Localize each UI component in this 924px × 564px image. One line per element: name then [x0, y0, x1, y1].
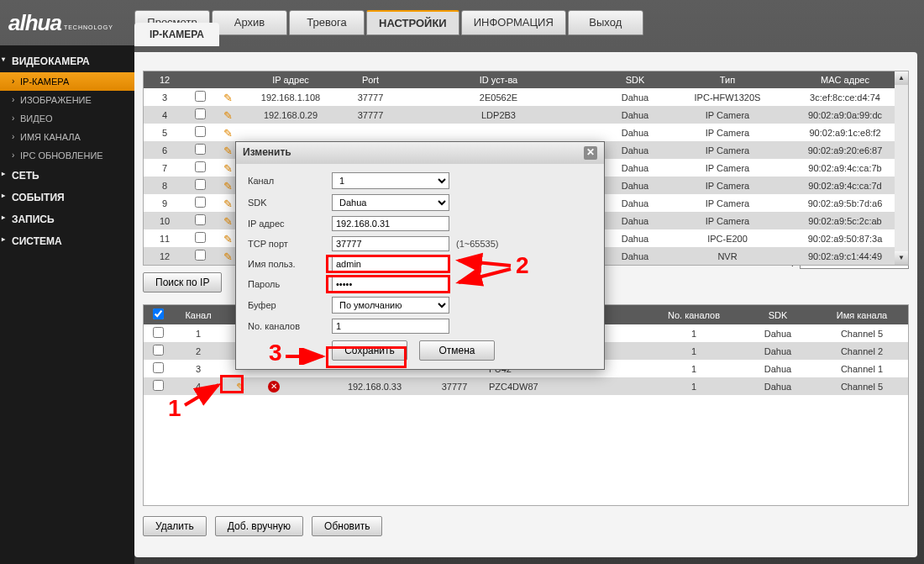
- devtable-scrollbar[interactable]: ▲ ▼: [895, 71, 908, 265]
- brand-logo: alhua TECHNOLOGY: [8, 6, 126, 40]
- row-checkbox[interactable]: [153, 380, 164, 391]
- th-devid: ID уст-ва: [400, 71, 597, 88]
- scroll-down-icon[interactable]: ▼: [895, 251, 908, 265]
- pencil-icon[interactable]: [222, 233, 234, 245]
- field-pass[interactable]: [332, 277, 449, 292]
- cancel-button[interactable]: Отмена: [419, 340, 495, 361]
- lbl-buffer: Буфер: [248, 300, 332, 310]
- content-tab-ipcamera[interactable]: IP-КАМЕРА: [134, 23, 219, 46]
- lbl-numch: No. каналов: [248, 321, 332, 331]
- pencil-icon[interactable]: [222, 127, 234, 139]
- pencil-icon[interactable]: [222, 198, 234, 209]
- pencil-icon[interactable]: [222, 215, 234, 227]
- field-sdk[interactable]: Dahua: [332, 194, 449, 211]
- dialog-title: Изменить: [243, 146, 291, 160]
- table-row[interactable]: 5DahuaIP Camera90:02:a9:1c:e8:f2: [144, 124, 908, 141]
- table-row[interactable]: 4192.168.0.2937777LDP2B3DahuaIP Camera90…: [144, 106, 908, 124]
- pencil-icon[interactable]: [222, 92, 234, 103]
- tab-settings[interactable]: НАСТРОЙКИ: [366, 10, 459, 35]
- hint-tcpport: (1~65535): [456, 239, 498, 249]
- field-numch[interactable]: [332, 319, 449, 334]
- th-chname: Имя канала: [816, 305, 908, 324]
- th-numch: No. каналов: [648, 305, 740, 324]
- pencil-icon[interactable]: [222, 109, 234, 121]
- field-ip[interactable]: [332, 216, 449, 231]
- row-checkbox[interactable]: [195, 214, 206, 225]
- pencil-icon[interactable]: [222, 162, 234, 174]
- row-checkbox[interactable]: [195, 91, 206, 102]
- sidebar-item-image[interactable]: ИЗОБРАЖЕНИЕ: [0, 91, 134, 109]
- refresh-button[interactable]: Обновить: [312, 516, 382, 536]
- status-error-icon: ✕: [268, 381, 280, 393]
- th-r-sdk: SDK: [740, 305, 816, 324]
- edit-dialog: Изменить ✕ Канал1 SDKDahua IP адрес TCP …: [235, 141, 605, 370]
- row-checkbox[interactable]: [195, 108, 206, 119]
- row-checkbox[interactable]: [195, 232, 206, 243]
- tab-alarm[interactable]: Тревога: [289, 10, 365, 35]
- row-checkbox[interactable]: [153, 362, 164, 373]
- th-checkall[interactable]: [144, 305, 173, 324]
- th-ip: IP адрес: [240, 71, 341, 88]
- lbl-tcpport: TCP порт: [248, 239, 332, 249]
- add-manual-button[interactable]: Доб. вручную: [215, 516, 303, 536]
- row-checkbox[interactable]: [195, 126, 206, 137]
- th-mac: MAC адрес: [782, 71, 908, 88]
- sidebar-item-channelname[interactable]: ИМЯ КАНАЛА: [0, 128, 134, 146]
- sidebar-group-record[interactable]: ЗАПИСЬ: [0, 208, 134, 230]
- field-buffer[interactable]: По умолчанию: [332, 297, 449, 314]
- sidebar-item-ipcupdate[interactable]: IPC ОБНОВЛЕНИЕ: [0, 146, 134, 165]
- row-checkbox[interactable]: [195, 161, 206, 172]
- th-channel: Канал: [173, 305, 223, 324]
- table-row[interactable]: 3192.168.1.108377772E0562EDahuaIPC-HFW13…: [144, 88, 908, 106]
- th-type: Тип: [673, 71, 782, 88]
- th-port: Port: [341, 71, 400, 88]
- row-checkbox[interactable]: [195, 197, 206, 208]
- row-checkbox[interactable]: [195, 179, 206, 190]
- sidebar-group-events[interactable]: СОБЫТИЯ: [0, 187, 134, 208]
- sidebar-group-system[interactable]: СИСТЕМА: [0, 230, 134, 252]
- brand-sub: TECHNOLOGY: [64, 24, 113, 30]
- lbl-channel: Канал: [248, 176, 332, 186]
- checkall-box[interactable]: [153, 308, 164, 319]
- lbl-sdk: SDK: [248, 198, 332, 208]
- pencil-icon[interactable]: [234, 381, 246, 393]
- scroll-up-icon[interactable]: ▲: [895, 71, 908, 85]
- row-checkbox[interactable]: [195, 250, 206, 261]
- field-user[interactable]: [332, 256, 449, 271]
- sidebar: ВИДЕОКАМЕРА IP-КАМЕРА ИЗОБРАЖЕНИЕ ВИДЕО …: [0, 45, 134, 564]
- row-checkbox[interactable]: [195, 144, 206, 155]
- sidebar-item-video[interactable]: ВИДЕО: [0, 109, 134, 128]
- lbl-pass: Пароль: [248, 279, 332, 289]
- sidebar-group-network[interactable]: СЕТЬ: [0, 165, 134, 187]
- search-by-ip-button[interactable]: Поиск по IP: [143, 272, 222, 293]
- pencil-icon[interactable]: [222, 180, 234, 192]
- row-checkbox[interactable]: [153, 327, 164, 338]
- save-button[interactable]: Сохранить: [332, 340, 407, 361]
- th-sdk: SDK: [597, 71, 673, 88]
- th-count: 12: [144, 71, 186, 88]
- lbl-ip: IP адрес: [248, 219, 332, 229]
- table-row[interactable]: 4✕192.168.0.3337777PZC4DW871DahuaChannel…: [144, 377, 908, 395]
- delete-button[interactable]: Удалить: [143, 516, 207, 536]
- lbl-user: Имя польз.: [248, 259, 332, 269]
- sidebar-group-camera[interactable]: ВИДЕОКАМЕРА: [0, 50, 134, 72]
- tab-info[interactable]: ИНФОРМАЦИЯ: [461, 10, 566, 35]
- tab-exit[interactable]: Выход: [568, 10, 643, 35]
- dialog-close-icon[interactable]: ✕: [584, 146, 597, 160]
- pencil-icon[interactable]: [222, 250, 234, 262]
- brand-name: alhua: [8, 10, 61, 36]
- field-tcpport[interactable]: [332, 236, 449, 251]
- tab-archive[interactable]: Архив: [212, 10, 287, 35]
- pencil-icon[interactable]: [222, 145, 234, 156]
- row-checkbox[interactable]: [153, 345, 164, 356]
- sidebar-item-ipcamera[interactable]: IP-КАМЕРА: [0, 72, 134, 91]
- field-channel[interactable]: 1: [332, 172, 449, 189]
